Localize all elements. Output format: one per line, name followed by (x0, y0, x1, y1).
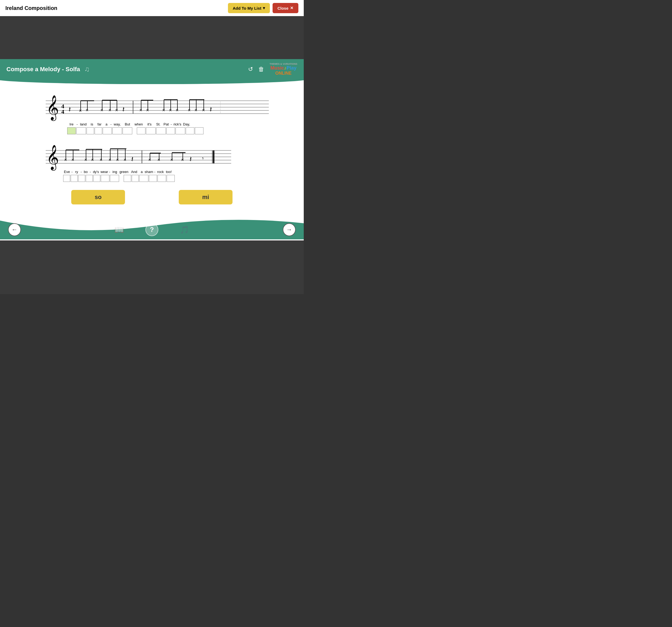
solfa-box[interactable] (76, 127, 86, 134)
solfa-box[interactable] (149, 175, 157, 182)
solfa-box[interactable] (87, 127, 94, 134)
footer-dark (0, 241, 304, 294)
forward-icon: → (286, 226, 292, 233)
forward-button[interactable]: → (283, 223, 296, 236)
svg-text:✕: ✕ (64, 158, 67, 162)
svg-text:✕: ✕ (123, 158, 127, 162)
notation-row2: 𝄞 ✕ ✕ ✕ ✕ ✕ ✕ ✕ ✕ 𝄽 (22, 145, 277, 172)
solfa-box[interactable] (156, 127, 166, 134)
close-icon: ✕ (290, 6, 293, 10)
solfa-box[interactable] (101, 175, 110, 182)
svg-text:✕: ✕ (71, 158, 74, 162)
svg-text:✕: ✕ (79, 109, 82, 113)
solfa-box[interactable] (146, 127, 155, 134)
solfa-box[interactable] (110, 175, 119, 182)
compose-title: Compose a Melody - Solfa (6, 66, 80, 73)
treble-clef: 𝄞 (46, 95, 59, 121)
solfa-buttons-area: so mi (5, 182, 298, 210)
solfa-box[interactable] (175, 127, 185, 134)
svg-text:✕: ✕ (162, 108, 165, 112)
help-button[interactable]: ? (145, 223, 158, 236)
dark-band-top (0, 16, 304, 59)
solfa-box[interactable] (86, 175, 93, 182)
solfa-box[interactable] (112, 127, 122, 134)
back-icon: ← (11, 226, 18, 233)
svg-text:𝄽: 𝄽 (131, 157, 133, 161)
staff-area-row2: 𝄞 ✕ ✕ ✕ ✕ ✕ ✕ ✕ ✕ 𝄽 (5, 140, 298, 182)
svg-text:✕: ✕ (84, 158, 87, 162)
logo-music: Music (270, 66, 284, 71)
svg-text:✕: ✕ (99, 158, 103, 162)
mi-button[interactable]: mi (179, 190, 233, 204)
solfa-boxes-row2 (22, 175, 282, 182)
chevron-down-icon: ▾ (263, 6, 265, 10)
solfa-box[interactable] (166, 127, 175, 134)
solfa-box[interactable] (123, 127, 132, 134)
toolbar-icons: ↺ 🗑 THEMES & VARIATIONS Music ♪ Play ONL… (248, 63, 297, 75)
svg-text:✕: ✕ (188, 108, 191, 112)
add-to-list-button[interactable]: Add To My List ▾ (228, 3, 270, 13)
solfa-box[interactable] (103, 127, 112, 134)
book-icon: 📖 (115, 225, 124, 234)
back-button[interactable]: ← (8, 223, 21, 236)
music-note-icon: ♫ (85, 65, 90, 73)
svg-text:✕: ✕ (148, 158, 151, 162)
svg-text:✕: ✕ (86, 108, 89, 112)
header: Ireland Composition Add To My List ▾ Clo… (0, 0, 304, 16)
notation-row1: 𝄞 4 4 𝄽 ✕ ✕ ✕ ✕ ✕ 𝄽 (22, 93, 277, 125)
musicplay-logo: THEMES & VARIATIONS Music ♪ Play ONLINE (270, 63, 297, 75)
trash-icon[interactable]: 🗑 (258, 66, 264, 73)
svg-text:✕: ✕ (115, 108, 118, 112)
solfa-box[interactable] (132, 175, 139, 182)
solfa-box[interactable] (139, 175, 148, 182)
svg-text:✕: ✕ (202, 108, 205, 112)
svg-text:✕: ✕ (139, 108, 142, 112)
svg-text:𝄽: 𝄽 (69, 107, 71, 112)
svg-text:✕: ✕ (116, 158, 119, 162)
solfa-boxes-row1 (22, 127, 282, 134)
staff-area-row1: 𝄞 4 4 𝄽 ✕ ✕ ✕ ✕ ✕ 𝄽 (5, 87, 298, 134)
svg-text:𝄽: 𝄽 (210, 107, 212, 112)
help-icon: ? (150, 226, 154, 233)
close-button[interactable]: Close ✕ (272, 3, 298, 13)
logo-play: Play (287, 66, 296, 71)
logo-online: ONLINE (275, 71, 291, 76)
lyrics-row2: Eve - ry - bo - dy's wear - ing green An… (22, 170, 282, 174)
solfa-box[interactable] (93, 175, 100, 182)
svg-text:𝄾: 𝄾 (202, 157, 204, 160)
solfa-box[interactable] (63, 175, 70, 182)
solfa-box[interactable] (124, 175, 131, 182)
bottom-center-icons: 📖 ? 🎵 (115, 223, 189, 236)
solfa-box[interactable] (195, 127, 203, 134)
treble-clef-2: 𝄞 (46, 145, 59, 171)
music-note-bottom-icon: 🎵 (180, 225, 189, 234)
solfa-box[interactable] (95, 127, 102, 134)
svg-text:✕: ✕ (175, 108, 179, 112)
logo-note-icon: ♪ (284, 66, 287, 71)
svg-text:4: 4 (61, 108, 64, 115)
svg-text:✕: ✕ (100, 108, 103, 112)
svg-text:✕: ✕ (146, 108, 149, 112)
svg-text:✕: ✕ (108, 108, 112, 112)
svg-text:✕: ✕ (170, 158, 173, 162)
solfa-box[interactable] (78, 175, 85, 182)
add-to-list-label: Add To My List (233, 6, 261, 10)
undo-icon[interactable]: ↺ (248, 66, 253, 73)
bottom-nav-container: ← 📖 ? 🎵 → (0, 215, 304, 241)
solfa-box[interactable] (71, 175, 78, 182)
header-buttons: Add To My List ▾ Close ✕ (228, 3, 298, 13)
svg-text:✕: ✕ (169, 108, 172, 112)
lyrics-row1: Ire - land is far a - way, But when it's… (22, 122, 282, 126)
solfa-box-highlighted[interactable] (67, 127, 76, 134)
svg-text:✕: ✕ (157, 158, 161, 162)
bottom-nav: ← 📖 ? 🎵 → (0, 223, 304, 236)
so-button[interactable]: so (71, 190, 125, 204)
main-content: 𝄞 4 4 𝄽 ✕ ✕ ✕ ✕ ✕ 𝄽 (0, 79, 304, 215)
svg-text:✕: ✕ (108, 158, 112, 162)
solfa-box[interactable] (186, 127, 194, 134)
solfa-box[interactable] (158, 175, 166, 182)
page-title: Ireland Composition (5, 5, 57, 11)
solfa-box[interactable] (137, 127, 145, 134)
lyric-ire: Ire (67, 122, 76, 126)
solfa-box[interactable] (167, 175, 175, 182)
